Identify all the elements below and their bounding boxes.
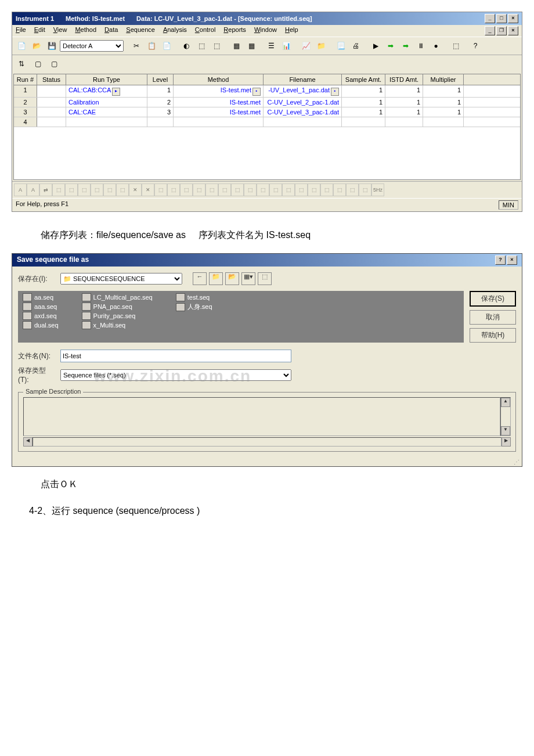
btool-icon[interactable]: ⬚ bbox=[91, 183, 103, 196]
scroll-right-icon[interactable]: ▶ bbox=[501, 437, 511, 447]
back-icon[interactable]: ← bbox=[193, 272, 207, 285]
btool-icon[interactable]: ⬚ bbox=[295, 183, 308, 196]
file-item[interactable]: LC_Multical_pac.seq bbox=[82, 293, 153, 301]
arrow-right-icon[interactable]: ➡ bbox=[384, 39, 398, 53]
header-status[interactable]: Status bbox=[37, 74, 66, 85]
detector-select[interactable]: Detector A bbox=[60, 40, 124, 52]
scroll-down-icon[interactable]: ▼ bbox=[501, 426, 510, 435]
cell-istd[interactable]: 1 bbox=[385, 107, 423, 117]
copy-icon[interactable]: 📋 bbox=[145, 39, 158, 53]
cell-istd[interactable]: 1 bbox=[385, 98, 423, 107]
new-folder-icon[interactable]: 📂 bbox=[225, 272, 239, 285]
table-row[interactable]: 1CAL:CAB:CCA▸1IS-test.met▪-UV_Level_1_pa… bbox=[14, 85, 520, 98]
btool-icon[interactable]: ⬚ bbox=[180, 183, 193, 196]
cell-method[interactable]: IS-test.met▪ bbox=[174, 85, 264, 97]
header-mult[interactable]: Multiplier bbox=[423, 74, 464, 85]
btool-icon[interactable]: ⬚ bbox=[320, 183, 333, 196]
menu-control[interactable]: Control bbox=[195, 26, 215, 35]
btool-icon[interactable]: ⬚ bbox=[103, 183, 116, 196]
resize-grip-icon[interactable]: ⋰ bbox=[12, 458, 522, 466]
paste-icon[interactable]: 📄 bbox=[160, 39, 174, 53]
cell-status[interactable] bbox=[37, 98, 66, 107]
cell-runtype[interactable]: Calibration bbox=[66, 98, 147, 107]
cell-filename[interactable]: C-UV_Level_2_pac-1.dat bbox=[264, 98, 342, 107]
cell-mult[interactable]: 1 bbox=[423, 107, 464, 117]
menu-sequence[interactable]: Sequence bbox=[126, 26, 155, 35]
cell-level[interactable] bbox=[147, 117, 174, 127]
btool-icon[interactable]: ⬚ bbox=[116, 183, 129, 196]
chart-icon[interactable]: 📈 bbox=[299, 39, 313, 53]
help-button[interactable]: 帮助(H) bbox=[470, 328, 516, 343]
btool-icon[interactable]: ⬚ bbox=[65, 183, 78, 196]
dropdown-icon[interactable]: ▪ bbox=[331, 88, 339, 96]
file-item[interactable]: PNA_pac.seq bbox=[82, 303, 153, 311]
file-item[interactable]: axd.seq bbox=[23, 312, 59, 320]
grid-icon-2[interactable]: ▦ bbox=[244, 39, 258, 53]
cell-mult[interactable] bbox=[423, 117, 464, 127]
tool-icon-5[interactable]: 📁 bbox=[314, 39, 328, 53]
cancel-button[interactable]: 取消 bbox=[470, 310, 516, 325]
table-row[interactable]: 3CAL:CAE3IS-test.metC-UV_Level_3_pac-1.d… bbox=[14, 107, 520, 117]
cell-filename[interactable]: C-UV_Level_3_pac-1.dat bbox=[264, 107, 342, 117]
file-item[interactable]: aaa.seq bbox=[23, 303, 59, 311]
cell-istd[interactable] bbox=[385, 117, 423, 127]
horizontal-scrollbar[interactable] bbox=[33, 437, 501, 447]
record-icon[interactable]: ● bbox=[429, 39, 443, 53]
header-runtype[interactable]: Run Type bbox=[66, 74, 147, 85]
tool-icon[interactable]: ◐ bbox=[179, 39, 193, 53]
sec-tool-1[interactable]: ⇅ bbox=[15, 57, 28, 71]
dropdown-icon[interactable]: ▸ bbox=[112, 88, 120, 96]
file-item[interactable]: aa.seq bbox=[23, 293, 59, 301]
tool-icon-3[interactable]: ⬚ bbox=[210, 39, 223, 53]
cell-status[interactable] bbox=[37, 85, 66, 97]
mdi-restore-button[interactable]: ❐ bbox=[496, 26, 507, 35]
cell-method[interactable] bbox=[174, 117, 264, 127]
new-icon[interactable]: 📄 bbox=[15, 39, 28, 53]
cell-filename[interactable]: -UV_Level_1_pac.dat▪ bbox=[264, 85, 342, 97]
doc-icon[interactable]: 📃 bbox=[334, 39, 348, 53]
cell-level[interactable]: 3 bbox=[147, 107, 174, 117]
sec-tool-2[interactable]: ▢ bbox=[31, 57, 45, 71]
header-sample[interactable]: Sample Amt. bbox=[342, 74, 385, 85]
list-icon[interactable]: ☰ bbox=[264, 39, 278, 53]
btool-icon[interactable]: ✕ bbox=[142, 183, 154, 196]
btool-icon[interactable]: ⬚ bbox=[218, 183, 231, 196]
file-item[interactable]: Purity_pac.seq bbox=[82, 312, 153, 320]
file-item[interactable]: test.seq bbox=[176, 293, 212, 301]
cell-sample[interactable]: 1 bbox=[342, 107, 385, 117]
close-button[interactable]: × bbox=[508, 14, 518, 23]
cell-method[interactable]: IS-test.met bbox=[174, 107, 264, 117]
btool-icon[interactable]: ⬚ bbox=[205, 183, 218, 196]
cell-filename[interactable] bbox=[264, 117, 342, 127]
btool-icon[interactable]: ✕ bbox=[129, 183, 142, 196]
tool-icon[interactable]: ⬚ bbox=[258, 272, 272, 285]
btool-icon[interactable]: ⬚ bbox=[154, 183, 167, 196]
btool-icon[interactable]: ⬚ bbox=[333, 183, 346, 196]
btool-icon[interactable]: ⬚ bbox=[167, 183, 180, 196]
btool-icon[interactable]: ⬚ bbox=[52, 183, 65, 196]
file-item[interactable]: x_Multi.seq bbox=[82, 321, 153, 329]
cell-runtype[interactable]: CAL:CAB:CCA▸ bbox=[66, 85, 147, 97]
up-icon[interactable]: 📁 bbox=[209, 272, 223, 285]
save-icon[interactable]: 💾 bbox=[45, 39, 59, 53]
cell-runtype[interactable] bbox=[66, 117, 147, 127]
view-menu-icon[interactable]: ▦▾ bbox=[241, 272, 255, 285]
menu-method[interactable]: Method bbox=[75, 26, 96, 35]
vertical-scrollbar[interactable]: ▲ ▼ bbox=[500, 397, 511, 436]
menu-edit[interactable]: Edit bbox=[34, 26, 45, 35]
btool-icon[interactable]: ⬚ bbox=[359, 183, 371, 196]
header-filename[interactable]: Filename bbox=[264, 74, 342, 85]
filetype-select[interactable]: Sequence files (*.seq) bbox=[60, 369, 291, 381]
btool-icon[interactable]: ⇄ bbox=[39, 183, 52, 196]
folder-select[interactable]: 📁 SEQUENCESEQUENCE bbox=[60, 273, 182, 285]
filename-input[interactable] bbox=[60, 350, 291, 362]
cell-method[interactable]: IS-test.met bbox=[174, 98, 264, 107]
menu-window[interactable]: Window bbox=[254, 26, 277, 35]
sec-tool-3[interactable]: ▢ bbox=[47, 57, 61, 71]
header-level[interactable]: Level bbox=[147, 74, 174, 85]
scroll-left-icon[interactable]: ◀ bbox=[23, 437, 33, 447]
header-istd[interactable]: ISTD Amt. bbox=[385, 74, 423, 85]
cell-mult[interactable]: 1 bbox=[423, 85, 464, 97]
menu-file[interactable]: File bbox=[16, 26, 26, 35]
grid-icon[interactable]: ▦ bbox=[229, 39, 243, 53]
